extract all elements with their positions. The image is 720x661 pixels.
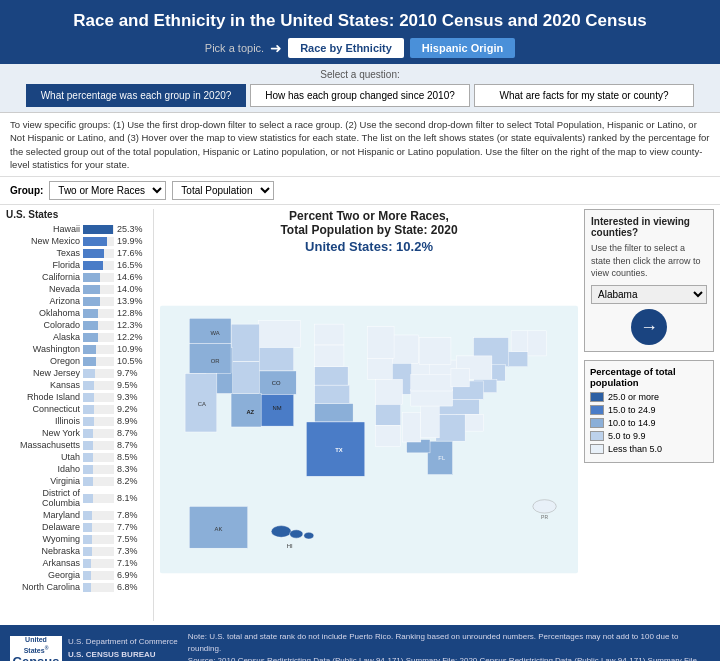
group-select[interactable]: Two or More Races	[49, 181, 166, 200]
state-list-item[interactable]: Hawaii25.3%	[6, 224, 149, 234]
us-map-svg: AK HI PR AZ CO NM TX FL WA OR	[160, 258, 578, 621]
footer-source: Source: 2010 Census Redistricting Data (…	[188, 655, 710, 661]
state-list-item[interactable]: Nebraska7.3%	[6, 546, 149, 556]
state-bar-container	[83, 345, 114, 354]
state-name-label: Georgia	[6, 570, 80, 580]
state-bar-container	[83, 309, 114, 318]
state-name-label: Colorado	[6, 320, 80, 330]
legend-item: 10.0 to 14.9	[590, 418, 708, 428]
tab-change-since-2010[interactable]: How has each group changed since 2010?	[250, 84, 470, 107]
state-name-label: Arizona	[6, 296, 80, 306]
state-list-item[interactable]: Wyoming7.5%	[6, 534, 149, 544]
svg-rect-5	[492, 365, 505, 382]
state-name-label: Nevada	[6, 284, 80, 294]
legend-swatch	[590, 431, 604, 441]
state-list-item[interactable]: Arkansas7.1%	[6, 558, 149, 568]
state-bar-container	[83, 273, 114, 282]
state-pct-value: 7.8%	[117, 510, 149, 520]
footer-dept: U.S. Department of Commerce	[68, 636, 178, 649]
state-name-label: Delaware	[6, 522, 80, 532]
tab-percentage-2020[interactable]: What percentage was each group in 2020?	[26, 84, 246, 107]
state-bar	[83, 297, 100, 306]
state-list-item[interactable]: Rhode Island9.3%	[6, 392, 149, 402]
state-list-item[interactable]: Virginia8.2%	[6, 476, 149, 486]
state-bar	[83, 261, 103, 270]
select-question-label: Select a question:	[10, 69, 710, 80]
state-pct-value: 6.9%	[117, 570, 149, 580]
state-list-item[interactable]: Washington10.9%	[6, 344, 149, 354]
svg-rect-39	[231, 362, 259, 394]
state-bar-container	[83, 285, 114, 294]
state-list-item[interactable]: New Mexico19.9%	[6, 236, 149, 246]
svg-text:NM: NM	[272, 406, 281, 412]
state-list-item[interactable]: Alaska12.2%	[6, 332, 149, 342]
topic-hispanic-origin[interactable]: Hispanic Origin	[410, 38, 515, 58]
census-logo: United States® Census Bureau	[10, 636, 62, 661]
svg-text:AK: AK	[215, 527, 223, 533]
instructions-text: To view specific groups: (1) Use the fir…	[0, 113, 720, 177]
footer-bureau: U.S. CENSUS BUREAU	[68, 649, 178, 661]
svg-rect-27	[451, 369, 469, 387]
state-bar	[83, 321, 98, 330]
state-list-item[interactable]: Maryland7.8%	[6, 510, 149, 520]
state-dropdown[interactable]: Alabama	[591, 285, 707, 304]
state-bar-container	[83, 494, 114, 503]
state-list-item[interactable]: Oklahoma12.8%	[6, 308, 149, 318]
state-list-item[interactable]: Massachusetts8.7%	[6, 440, 149, 450]
svg-rect-24	[421, 405, 439, 438]
state-bar-container	[83, 369, 114, 378]
legend-swatch	[590, 444, 604, 454]
main-content: U.S. States Hawaii25.3%New Mexico19.9%Te…	[0, 205, 720, 625]
state-bar	[83, 417, 94, 426]
tab-state-county-facts[interactable]: What are facts for my state or county?	[474, 84, 694, 107]
state-list-item[interactable]: Florida16.5%	[6, 260, 149, 270]
state-list-item[interactable]: District of Columbia8.1%	[6, 488, 149, 508]
state-list-item[interactable]: Texas17.6%	[6, 248, 149, 258]
state-name-label: Hawaii	[6, 224, 80, 234]
legend-label: 25.0 or more	[608, 392, 659, 402]
svg-rect-19	[367, 359, 392, 380]
state-list-item[interactable]: Colorado12.3%	[6, 320, 149, 330]
state-bar	[83, 523, 92, 532]
state-name-label: New York	[6, 428, 80, 438]
state-name-label: Kansas	[6, 380, 80, 390]
go-button[interactable]: →	[631, 309, 667, 345]
state-list-item[interactable]: Oregon10.5%	[6, 356, 149, 366]
state-list-item[interactable]: Delaware7.7%	[6, 522, 149, 532]
state-list-item[interactable]: Idaho8.3%	[6, 464, 149, 474]
question-tabs: What percentage was each group in 2020? …	[10, 84, 710, 107]
state-list-item[interactable]: Georgia6.9%	[6, 570, 149, 580]
state-bar-container	[83, 225, 114, 234]
topic-race-by-ethnicity[interactable]: Race by Ethnicity	[288, 38, 404, 58]
state-bar	[83, 357, 96, 366]
state-name-label: Maryland	[6, 510, 80, 520]
state-list-item[interactable]: Illinois8.9%	[6, 416, 149, 426]
state-pct-value: 12.2%	[117, 332, 149, 342]
state-name-label: Utah	[6, 452, 80, 462]
state-bar	[83, 393, 94, 402]
state-list-title: U.S. States	[6, 209, 149, 220]
svg-text:WA: WA	[211, 330, 220, 336]
population-select[interactable]: Total Population	[172, 181, 274, 200]
svg-point-47	[271, 526, 291, 538]
state-list-item[interactable]: California14.6%	[6, 272, 149, 282]
state-list-item[interactable]: Kansas9.5%	[6, 380, 149, 390]
filters-bar: Group: Two or More Races Total Populatio…	[0, 177, 720, 205]
state-name-label: Oregon	[6, 356, 80, 366]
state-name-label: Idaho	[6, 464, 80, 474]
svg-rect-18	[367, 327, 394, 359]
topic-picker: Pick a topic. ➜ Race by Ethnicity Hispan…	[20, 38, 700, 58]
state-list-item[interactable]: Arizona13.9%	[6, 296, 149, 306]
state-list-item[interactable]: North Carolina6.8%	[6, 582, 149, 592]
state-pct-value: 10.9%	[117, 344, 149, 354]
state-list-item[interactable]: Connecticut9.2%	[6, 404, 149, 414]
state-list-item[interactable]: New Jersey9.7%	[6, 368, 149, 378]
state-bar-container	[83, 583, 114, 592]
state-bar-container	[83, 535, 114, 544]
state-bar	[83, 477, 93, 486]
state-bar-container	[83, 393, 114, 402]
state-name-label: New Mexico	[6, 236, 80, 246]
state-list-item[interactable]: Nevada14.0%	[6, 284, 149, 294]
state-list-item[interactable]: Utah8.5%	[6, 452, 149, 462]
state-list-item[interactable]: New York8.7%	[6, 428, 149, 438]
